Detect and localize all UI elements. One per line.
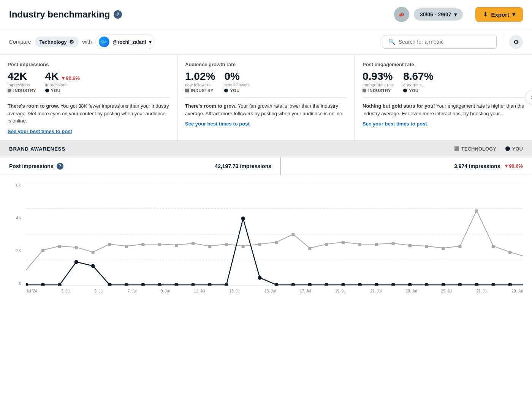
svg-rect-23 — [342, 241, 345, 244]
megaphone-button[interactable]: 📣 — [394, 7, 409, 22]
svg-point-44 — [191, 283, 195, 285]
svg-point-42 — [158, 283, 162, 285]
svg-point-38 — [91, 264, 95, 267]
search-icon: 🔍 — [388, 38, 396, 45]
svg-point-61 — [475, 283, 478, 285]
date-range-button[interactable]: 30/06 - 29/07 ▾ — [414, 8, 463, 21]
svg-rect-18 — [258, 243, 261, 246]
legend-technology-label: TECHNOLOGY — [461, 146, 496, 152]
y-label-0: 0 — [9, 281, 24, 286]
settings-icon: ⚙ — [513, 38, 519, 46]
insight-bold-2: There's room to grow. — [185, 103, 237, 109]
export-button[interactable]: ⬇ Export ▾ — [475, 7, 523, 22]
brand-awareness-title: BRAND AWARENESS — [9, 146, 445, 152]
legend-you: YOU — [505, 146, 523, 152]
svg-point-46 — [225, 283, 228, 285]
svg-rect-25 — [375, 243, 378, 246]
svg-rect-28 — [425, 245, 428, 248]
x-label-7jul: 7. Jul — [128, 289, 137, 293]
user-selector[interactable]: 🐦 @rochi_zalani ▾ — [95, 35, 155, 49]
search-input[interactable] — [399, 39, 491, 45]
header: Industry benchmarking ? 📣 30/06 - 29/07 … — [0, 0, 532, 29]
insight-bold: There's room to grow. — [8, 103, 59, 109]
svg-rect-30 — [458, 245, 461, 248]
metric-values-engagement: 0.93% engagement rate INDUSTRY 8.67% eng… — [363, 71, 524, 93]
insight-bold-3: Nothing but gold stars for you! — [363, 103, 435, 109]
export-label: Export — [491, 11, 509, 18]
x-label-17jul: 17. Jul — [300, 289, 311, 293]
svg-point-58 — [425, 283, 429, 285]
user-chevron-icon: ▾ — [149, 39, 152, 45]
x-label-29jul: 29. Jul — [511, 289, 522, 293]
legend-square-icon — [454, 146, 459, 151]
svg-point-35 — [41, 283, 45, 285]
you-impressions-change: ▾ 90.6% — [505, 163, 523, 169]
metric-insight-engagement: Nothing but gold stars for you! Your eng… — [363, 102, 524, 117]
you-dot-3 — [403, 89, 407, 92]
carousel-next-button[interactable]: › — [525, 91, 532, 104]
post-impressions-help-icon[interactable]: ? — [57, 163, 63, 170]
svg-point-53 — [341, 283, 345, 285]
metric-num-you-engagement: 8.67% — [403, 71, 433, 82]
svg-rect-32 — [492, 245, 495, 248]
metric-you-engagement: 8.67% engagem... YOU — [403, 71, 433, 93]
svg-rect-20 — [291, 233, 294, 236]
svg-rect-16 — [225, 243, 228, 246]
svg-rect-13 — [175, 243, 178, 246]
svg-point-60 — [458, 283, 462, 285]
x-label-21jul: 21. Jul — [370, 289, 382, 293]
svg-point-59 — [441, 283, 445, 285]
chart-inner — [26, 183, 523, 286]
compare-label: Compare — [9, 39, 31, 45]
svg-point-41 — [141, 283, 145, 285]
svg-point-40 — [124, 283, 128, 285]
metric-num-you: 4K — [45, 71, 59, 82]
page-title: Industry benchmarking — [9, 9, 110, 20]
megaphone-icon: 📣 — [398, 12, 405, 17]
toolbar: Compare Technology ⚙ with 🐦 @rochi_zalan… — [0, 29, 532, 55]
x-label-15jul: 15. Jul — [264, 289, 276, 293]
search-box[interactable]: 🔍 — [383, 35, 497, 49]
chart-x-labels: Jul '24 3. Jul 5. Jul 7. Jul 9. Jul 11. … — [26, 286, 523, 297]
twitter-icon: 🐦 — [100, 38, 108, 46]
metrics-row: Post impressions 42K impressions INDUSTR… — [0, 55, 532, 141]
metric-label-industry: INDUSTRY — [8, 88, 36, 93]
industry-selector[interactable]: Technology ⚙ — [35, 37, 79, 47]
with-label: with — [82, 39, 92, 45]
you-dot — [45, 89, 49, 92]
svg-rect-5 — [41, 249, 44, 252]
best-times-link-3[interactable]: See your best times to post — [363, 121, 524, 127]
chevron-down-icon: ▾ — [454, 11, 457, 17]
metric-you-growth: 0% new followers YOU — [224, 71, 250, 93]
help-icon[interactable]: ? — [114, 10, 122, 19]
avatar: 🐦 — [99, 37, 109, 47]
metric-label-you-engagement: YOU — [403, 88, 433, 93]
x-label-9jul: 9. Jul — [161, 289, 170, 293]
svg-rect-19 — [275, 241, 278, 244]
metric-sub-growth-industry: new followers — [185, 83, 215, 87]
settings-button[interactable]: ⚙ — [509, 35, 523, 49]
metric-card-impressions: Post impressions 42K impressions INDUSTR… — [0, 55, 177, 140]
svg-rect-9 — [108, 243, 111, 246]
metric-insight-growth: There's room to grow. Your fan growth ra… — [185, 102, 347, 117]
svg-point-52 — [325, 283, 328, 285]
svg-rect-27 — [408, 244, 412, 247]
best-times-link-2[interactable]: See your best times to post — [185, 121, 347, 127]
metric-industry-growth: 1.02% new followers INDUSTRY — [185, 71, 215, 93]
x-label-23jul: 23. Jul — [406, 289, 417, 293]
svg-rect-33 — [508, 251, 511, 254]
svg-point-63 — [508, 283, 512, 285]
svg-rect-22 — [325, 243, 328, 246]
metric-label-you-growth: YOU — [224, 88, 250, 93]
svg-point-62 — [491, 283, 495, 285]
svg-point-48 — [258, 276, 262, 280]
gear-icon: ⚙ — [69, 39, 74, 45]
metric-sub-you-growth: new followers — [224, 83, 250, 87]
industry-dot — [8, 89, 11, 92]
vertical-divider — [469, 8, 469, 21]
industry-label-growth: INDUSTRY — [191, 88, 214, 93]
svg-point-34 — [26, 283, 28, 285]
chart-y-labels: 6K 4K 2K 0 — [9, 183, 24, 286]
best-times-link-1[interactable]: See your best times to post — [8, 129, 169, 134]
x-label-5jul: 5. Jul — [94, 289, 103, 293]
